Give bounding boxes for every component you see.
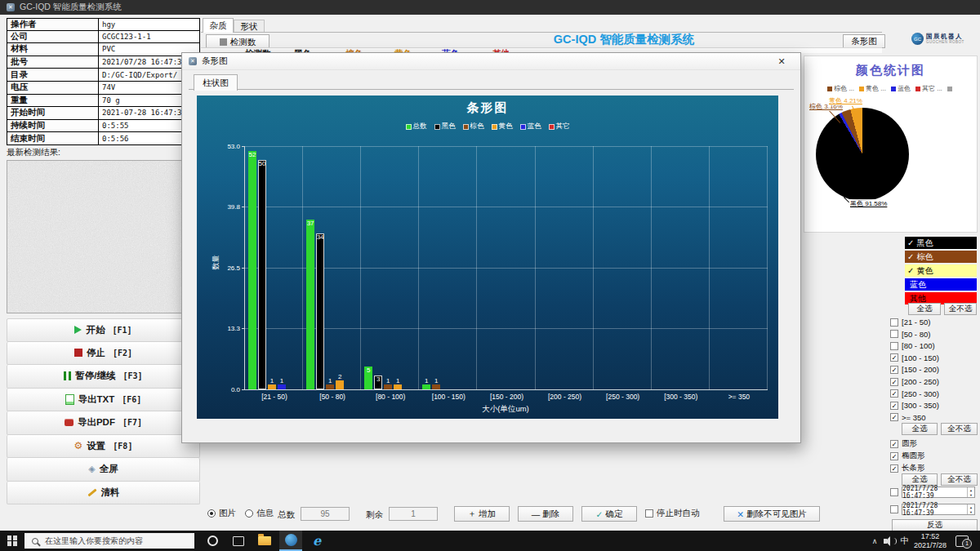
- info-row: 开始时间2021-07-28 16:47:34: [7, 107, 200, 120]
- y-tick-mark: [242, 389, 245, 390]
- radio-image-group[interactable]: 图片: [207, 508, 236, 519]
- spinner-buttons[interactable]: ▲▼: [967, 504, 974, 514]
- start-button[interactable]: [0, 531, 24, 551]
- delete-button[interactable]: —删除: [518, 506, 573, 522]
- legend-item: 黄色: [492, 122, 513, 131]
- delete-invisible-button[interactable]: ✕ 删除不可见图片: [724, 506, 820, 522]
- shape-filter-row[interactable]: ✓椭圆形: [890, 451, 925, 461]
- shape-checkbox[interactable]: ✓: [890, 452, 898, 460]
- action-button[interactable]: ⚙设置[F8]: [7, 435, 200, 459]
- size-checkbox[interactable]: [890, 318, 898, 327]
- size-filter-row[interactable]: ✓[150 - 200): [890, 364, 939, 375]
- size-checkbox[interactable]: ✓: [890, 378, 898, 386]
- action-button[interactable]: 开始[F1]: [7, 318, 200, 342]
- size-checkbox[interactable]: ✓: [890, 389, 898, 398]
- action-button[interactable]: 导出PDF[F7]: [7, 411, 200, 435]
- dialog-titlebar[interactable]: ✕ 条形图 ✕: [182, 53, 800, 70]
- file-explorer-button[interactable]: [253, 531, 276, 551]
- task-view-button[interactable]: [227, 531, 250, 551]
- gciqd-app-button[interactable]: [279, 531, 302, 551]
- confirm-button[interactable]: ✓确定: [581, 506, 637, 522]
- size-checkbox[interactable]: ✓: [890, 366, 898, 374]
- shape-filter-row[interactable]: ✓圆形: [890, 438, 917, 449]
- shape-filter-row[interactable]: ✓长条形: [890, 463, 925, 473]
- radio-info-group[interactable]: 信息: [245, 508, 274, 519]
- size-filter-row[interactable]: ✓>= 350: [890, 412, 926, 423]
- size-checkbox[interactable]: [890, 342, 898, 350]
- size-filter-row[interactable]: ✓[300 - 350): [890, 400, 939, 411]
- total-input[interactable]: 95: [301, 507, 350, 521]
- color-select-none-button[interactable]: 全不选: [944, 303, 977, 315]
- size-filter-row[interactable]: ✓[250 - 300): [890, 389, 939, 399]
- auto-stop-checkbox[interactable]: [645, 509, 653, 518]
- datetime-filter-row[interactable]: 2021/7/28 16:47:39▲▼: [890, 487, 975, 498]
- window-titlebar[interactable]: ✕ GC-IQD 智能质量检测系统: [0, 0, 980, 15]
- pie-legend-label: 其它 ...: [922, 84, 942, 93]
- size-select-none-button[interactable]: 全不选: [941, 423, 978, 435]
- action-button[interactable]: 清料: [7, 482, 200, 505]
- add-button[interactable]: ＋增加: [454, 506, 510, 522]
- size-checkbox[interactable]: ✓: [890, 402, 898, 410]
- search-input[interactable]: 在这里输入你要搜索的内容: [24, 533, 194, 549]
- clock[interactable]: 17:52 2021/7/28: [911, 531, 949, 551]
- dialog-close-button[interactable]: ✕: [769, 56, 794, 67]
- remain-input[interactable]: 1: [389, 507, 438, 521]
- barchart-button[interactable]: 条形图: [843, 34, 885, 48]
- size-checkbox[interactable]: ✓: [890, 413, 898, 421]
- bar: [432, 384, 440, 389]
- invert-selection-button[interactable]: 反选: [892, 519, 978, 531]
- company-logo: GC 国辰机器人 GUOCHEN ROBOT: [911, 33, 964, 45]
- auto-stop-group[interactable]: 停止时自动: [645, 508, 700, 519]
- color-filter-row[interactable]: 蓝色: [905, 278, 977, 291]
- close-x-icon: ✕: [737, 509, 744, 519]
- size-filter-row[interactable]: ✓[100 - 150): [890, 353, 939, 363]
- notification-button[interactable]: 1: [951, 531, 973, 551]
- pie-legend-item: 其它 ...: [915, 84, 942, 93]
- size-select-all-button[interactable]: 全选: [902, 423, 938, 435]
- size-filter-row[interactable]: ✓[200 - 250): [890, 376, 939, 387]
- image-radio[interactable]: [207, 509, 216, 518]
- color-filter-row[interactable]: ✓黄色: [905, 264, 977, 277]
- gridline-v: [302, 146, 303, 389]
- tab-impurity[interactable]: 杂质: [203, 18, 234, 33]
- datetime-input[interactable]: 2021/7/28 16:47:39▲▼: [902, 504, 975, 515]
- dialog-title: 条形图: [202, 56, 228, 67]
- action-button[interactable]: 导出TXT[F6]: [7, 389, 200, 412]
- tab-histogram[interactable]: 柱状图: [194, 74, 238, 91]
- spinner-buttons[interactable]: ▲▼: [967, 487, 974, 497]
- shape-select-none-button[interactable]: 全不选: [941, 473, 978, 486]
- tray-expand-button[interactable]: ∧: [867, 531, 882, 551]
- volume-button[interactable]: [882, 531, 898, 551]
- shape-select-all-button[interactable]: 全选: [902, 473, 938, 486]
- ime-indicator[interactable]: 中: [898, 531, 911, 551]
- action-button[interactable]: 暂停/继续[F3]: [7, 365, 200, 389]
- hotkey-label: [F6]: [122, 395, 141, 404]
- shape-checkbox[interactable]: ✓: [890, 464, 898, 473]
- shape-checkbox[interactable]: ✓: [890, 440, 898, 448]
- tab-shape[interactable]: 形状: [234, 20, 265, 33]
- datetime-checkbox[interactable]: [890, 505, 898, 513]
- cortana-button[interactable]: [201, 531, 224, 551]
- info-radio[interactable]: [245, 509, 253, 518]
- action-button[interactable]: ◈全屏: [7, 458, 200, 482]
- size-checkbox[interactable]: ✓: [890, 353, 898, 362]
- legend-label: 其它: [556, 122, 570, 131]
- datetime-filter-row[interactable]: 2021/7/28 16:47:39▲▼: [890, 504, 975, 515]
- color-filter-row[interactable]: ✓棕色: [905, 251, 977, 263]
- size-filter-row[interactable]: [50 - 80): [890, 329, 930, 340]
- x-tick-label: [21 - 50): [245, 393, 304, 401]
- size-filter-row[interactable]: [21 - 50): [890, 317, 930, 327]
- color-filter-row[interactable]: ✓黑色: [905, 237, 977, 249]
- clean-icon: [87, 488, 96, 496]
- legend-swatch: [549, 124, 555, 130]
- action-button[interactable]: 停止[F2]: [7, 342, 200, 366]
- size-checkbox[interactable]: [890, 330, 898, 338]
- size-filter-label: >= 350: [902, 413, 926, 422]
- bar-value-label: 1: [276, 377, 287, 384]
- ie-button[interactable]: e: [305, 531, 328, 551]
- datetime-checkbox[interactable]: [890, 488, 898, 496]
- pie-legend-swatch: [891, 87, 896, 91]
- size-filter-row[interactable]: [80 - 100): [890, 340, 935, 351]
- datetime-input[interactable]: 2021/7/28 16:47:39▲▼: [902, 487, 975, 498]
- color-select-all-button[interactable]: 全选: [908, 303, 941, 315]
